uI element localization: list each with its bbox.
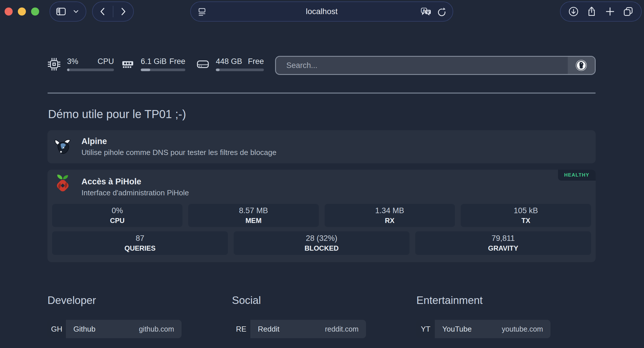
- cpu-progress-fill: [67, 69, 69, 71]
- stat-label: QUERIES: [124, 244, 155, 252]
- service-description: Utilise pihole comme DNS pour tester les…: [81, 148, 277, 157]
- memory-value: 6.1 GiB: [141, 57, 167, 66]
- zoom-button[interactable]: [31, 7, 39, 16]
- stat-label: TX: [521, 217, 530, 225]
- stat-tile-queries: 87 QUERIES: [52, 231, 228, 255]
- group-title: Démo utile pour le TP01 ;-): [48, 108, 186, 121]
- stat-label: GRAVITY: [488, 244, 518, 252]
- stat-value: 87: [136, 234, 144, 243]
- stat-tile-blocked: 28 (32%) BLOCKED: [234, 231, 409, 255]
- stat-value: 105 kB: [514, 206, 538, 215]
- pihole-container-stats: 0% CPU 8.57 MB MEM 1.34 MB RX 105 kB TX: [52, 204, 591, 227]
- bookmark-group-title: Entertainment: [416, 294, 596, 307]
- bookmark-github[interactable]: GH Github github.com: [47, 320, 182, 338]
- bookmark-body: Github github.com: [66, 320, 182, 338]
- stat-label: RX: [385, 217, 394, 225]
- bookmark-name: YouTube: [442, 325, 472, 334]
- bookmark-group-entertainment: Entertainment YT YouTube youtube.com: [416, 294, 596, 307]
- bookmark-abbr: YT: [416, 320, 435, 338]
- bookmark-body: Reddit reddit.com: [250, 320, 366, 338]
- bookmark-name: Reddit: [258, 325, 279, 334]
- bookmark-abbr: GH: [47, 320, 66, 338]
- bookmark-youtube[interactable]: YT YouTube youtube.com: [416, 320, 550, 338]
- search-input[interactable]: [276, 57, 568, 74]
- bookmark-group-developer: Developer GH Github github.com: [47, 294, 227, 307]
- service-card-pihole[interactable]: Accès à PiHole Interface d'administratio…: [47, 170, 596, 262]
- memory-label: Free: [169, 57, 185, 66]
- stat-value: 1.34 MB: [375, 206, 404, 215]
- cpu-label: CPU: [98, 57, 114, 66]
- tab-overview-button[interactable]: [623, 6, 634, 17]
- bookmark-domain: reddit.com: [325, 325, 359, 333]
- pihole-texts: Accès à PiHole Interface d'administratio…: [81, 177, 189, 197]
- bookmark-abbr: RE: [232, 320, 250, 338]
- new-tab-icon: [605, 6, 616, 17]
- search-widget: [275, 56, 596, 75]
- stat-tile-cpu: 0% CPU: [52, 204, 182, 227]
- service-card-alpine[interactable]: Alpine Utilise pihole comme DNS pour tes…: [47, 130, 596, 163]
- stat-value: 28 (32%): [306, 234, 338, 243]
- minimize-button[interactable]: [18, 7, 26, 16]
- memory-widget: 6.1 GiB Free: [121, 57, 185, 71]
- search-provider-button[interactable]: [568, 57, 595, 74]
- homepage-dashboard: 3% CPU 6.1 GiB Free: [47, 0, 597, 348]
- stat-label: CPU: [110, 217, 125, 225]
- cpu-widget: 3% CPU: [47, 57, 114, 71]
- stat-value: 8.57 MB: [239, 206, 268, 215]
- memory-icon: [121, 58, 134, 71]
- disk-progress-fill: [216, 69, 220, 71]
- bookmark-body: YouTube youtube.com: [435, 320, 550, 338]
- alpine-texts: Alpine Utilise pihole comme DNS pour tes…: [81, 137, 277, 157]
- bookmark-group-title: Social: [232, 294, 412, 307]
- duckduckgo-icon: [575, 59, 587, 71]
- stat-tile-mem: 8.57 MB MEM: [188, 204, 319, 227]
- service-name: Accès à PiHole: [81, 177, 189, 186]
- health-status-badge: HEALTHY: [558, 170, 596, 181]
- disk-progressbar: [216, 69, 264, 71]
- tab-overview-icon: [623, 6, 634, 17]
- memory-progressbar: [141, 69, 185, 71]
- stat-label: MEM: [245, 217, 262, 225]
- stat-tile-rx: 1.34 MB RX: [325, 204, 455, 227]
- bookmark-domain: github.com: [139, 325, 174, 333]
- alpine-service-icon: [53, 138, 72, 156]
- bookmark-name: Github: [73, 325, 96, 334]
- bookmark-domain: youtube.com: [502, 325, 543, 333]
- bookmark-group-title: Developer: [47, 294, 227, 307]
- section-divider: [47, 92, 596, 94]
- bookmark-group-social: Social RE Reddit reddit.com: [232, 294, 412, 307]
- pihole-service-icon: [53, 174, 72, 193]
- disk-icon: [196, 58, 209, 71]
- disk-widget: 448 GB Free: [196, 57, 264, 71]
- cpu-icon: [47, 58, 61, 71]
- memory-progress-fill: [141, 69, 150, 71]
- stat-tile-gravity: 79,811 GRAVITY: [415, 231, 591, 255]
- stat-label: BLOCKED: [304, 244, 339, 252]
- pihole-dns-stats: 87 QUERIES 28 (32%) BLOCKED 79,811 GRAVI…: [52, 231, 591, 255]
- stat-value: 79,811: [491, 234, 515, 243]
- service-name: Alpine: [81, 137, 277, 146]
- close-button[interactable]: [5, 7, 13, 16]
- service-description: Interface d'administration PiHole: [81, 188, 189, 197]
- cpu-value: 3%: [67, 57, 78, 66]
- new-tab-button[interactable]: [605, 6, 616, 17]
- disk-label: Free: [248, 57, 264, 66]
- stat-tile-tx: 105 kB TX: [461, 204, 591, 227]
- stat-value: 0%: [112, 206, 123, 215]
- disk-value: 448 GB: [216, 57, 242, 66]
- bookmark-reddit[interactable]: RE Reddit reddit.com: [232, 320, 366, 338]
- cpu-progressbar: [67, 69, 114, 71]
